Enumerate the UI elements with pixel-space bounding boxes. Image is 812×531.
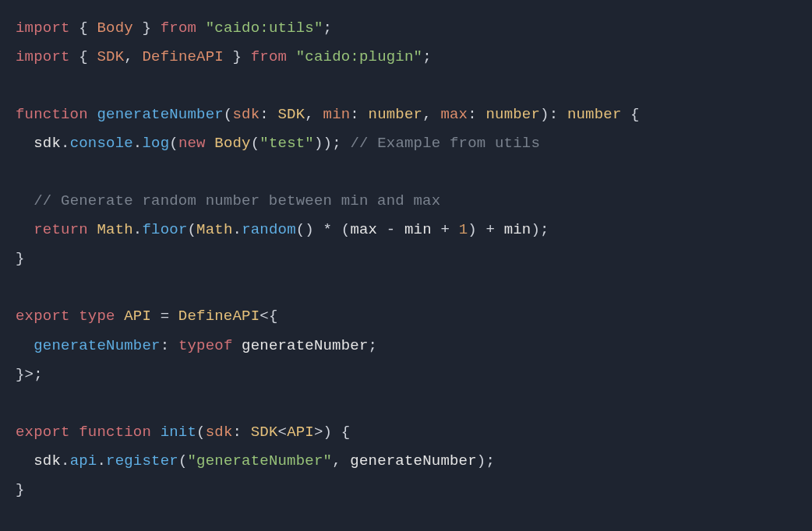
code-token: API <box>124 308 151 325</box>
code-token: DefineAPI <box>142 48 223 65</box>
code-line <box>16 72 796 100</box>
code-token: ( <box>187 221 196 238</box>
code-token: ( <box>169 135 178 152</box>
code-token: log <box>142 135 169 152</box>
code-line: return Math.floor(Math.random() * (max -… <box>16 216 796 244</box>
code-token: } <box>133 19 161 37</box>
code-token: max <box>350 221 377 238</box>
code-token: { <box>622 106 640 123</box>
code-token: : <box>468 106 485 123</box>
code-token: . <box>133 221 143 238</box>
code-token: : <box>259 106 277 123</box>
code-token: number <box>485 106 540 123</box>
code-line: export type API = DefineAPI<{ <box>16 302 796 331</box>
code-token <box>16 221 34 238</box>
code-token: , <box>332 452 350 469</box>
code-token: function <box>79 424 160 441</box>
code-token: <{ <box>259 308 277 325</box>
code-token: from <box>161 19 206 37</box>
code-token <box>16 135 34 152</box>
code-token: min <box>504 221 531 238</box>
code-token <box>16 337 34 354</box>
code-token: ( <box>251 135 260 152</box>
code-token: SDK <box>278 106 305 123</box>
code-token: >) { <box>314 424 350 441</box>
code-token: export <box>16 308 79 325</box>
code-token <box>16 452 34 469</box>
code-token: ); <box>477 452 495 469</box>
code-token: sdk <box>34 452 61 469</box>
code-token: sdk <box>206 424 233 441</box>
code-token: . <box>233 221 242 238</box>
code-token: ; <box>369 337 378 354</box>
code-token: "generateNumber" <box>188 452 333 469</box>
code-token: // Generate random number between min an… <box>34 192 440 209</box>
code-token: sdk <box>34 135 61 152</box>
code-token: "test" <box>259 135 314 152</box>
code-block: import { Body } from "caido:utils";impor… <box>16 14 796 505</box>
code-token: generateNumber <box>34 337 160 354</box>
code-token: generateNumber <box>97 106 223 123</box>
code-token: return <box>34 221 97 238</box>
code-token: generateNumber <box>350 452 476 469</box>
code-token: console <box>70 135 133 152</box>
code-token: number <box>369 106 423 123</box>
code-token: : <box>232 424 250 441</box>
code-line: sdk.console.log(new Body("test")); // Ex… <box>16 129 796 158</box>
code-line: generateNumber: typeof generateNumber; <box>16 332 796 360</box>
code-token: ): <box>540 106 567 123</box>
code-token: Math <box>196 221 232 238</box>
code-token: . <box>61 452 70 469</box>
code-token: SDK <box>251 424 278 441</box>
code-token: "caido:utils" <box>206 19 323 37</box>
code-token: , <box>124 48 142 65</box>
code-line: } <box>16 244 796 273</box>
code-token: api <box>70 452 97 469</box>
code-token: "caido:plugin" <box>296 48 422 65</box>
code-token: max <box>440 106 468 123</box>
code-token: Math <box>97 221 132 238</box>
code-line: }>; <box>16 360 796 389</box>
code-token: random <box>242 221 296 238</box>
code-token: }>; <box>16 366 43 383</box>
code-token: , <box>422 106 440 123</box>
code-token: < <box>278 424 288 441</box>
code-token: import <box>16 48 79 65</box>
code-token: export <box>16 424 79 441</box>
code-line: export function init(sdk: SDK<API>) { <box>16 418 796 447</box>
code-token: typeof <box>178 337 242 354</box>
code-token: min <box>323 106 351 123</box>
code-token: + <box>432 221 459 238</box>
code-line: sdk.api.register("generateNumber", gener… <box>16 447 796 476</box>
code-token: 1 <box>459 221 468 238</box>
code-token: . <box>133 135 143 152</box>
code-token: . <box>97 452 106 469</box>
code-token: ; <box>323 19 333 37</box>
code-token: ( <box>224 106 233 123</box>
code-token: ; <box>422 48 432 65</box>
code-token: ( <box>178 452 188 469</box>
code-token: )); <box>314 135 350 152</box>
code-line: // Generate random number between min an… <box>16 187 796 216</box>
code-token: { <box>79 19 97 37</box>
code-token: type <box>79 308 124 325</box>
code-token: function <box>16 106 97 123</box>
code-token: ( <box>196 424 206 441</box>
code-token: SDK <box>97 48 124 65</box>
code-token: Body <box>214 135 250 152</box>
code-token: Body <box>97 19 132 37</box>
code-token: new <box>178 135 214 152</box>
code-token: ); <box>531 221 549 238</box>
code-line: import { Body } from "caido:utils"; <box>16 14 796 43</box>
code-token: { <box>79 48 97 65</box>
code-line <box>16 158 796 187</box>
code-token: import <box>16 19 79 37</box>
code-token: init <box>161 424 196 441</box>
code-token: () * ( <box>296 221 351 238</box>
code-token: number <box>567 106 622 123</box>
code-token: } <box>16 481 25 498</box>
code-token: min <box>404 221 432 238</box>
code-token: from <box>251 48 296 65</box>
code-token: = <box>151 308 178 325</box>
code-token <box>16 192 34 209</box>
